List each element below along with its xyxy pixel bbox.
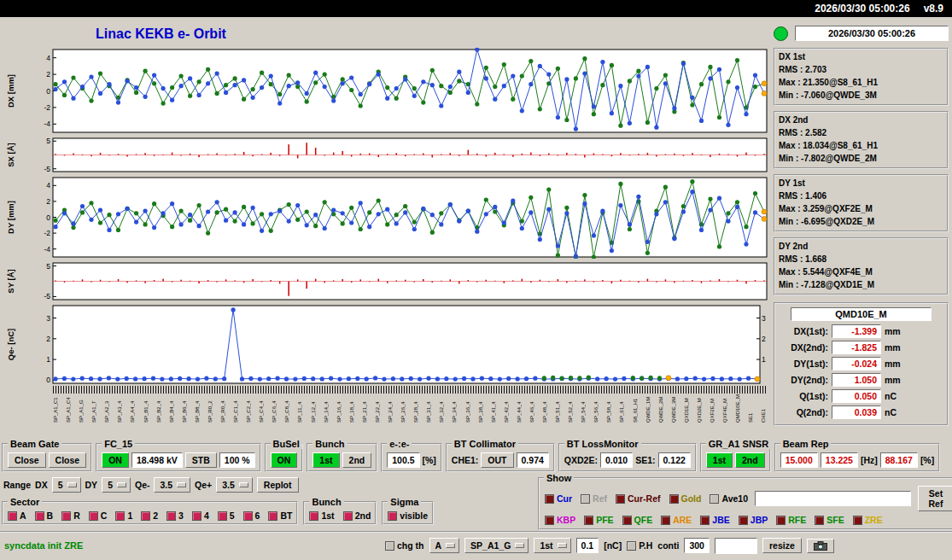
interval-field[interactable]: 300 bbox=[684, 538, 710, 553]
monitor-label: DY(2nd): bbox=[779, 375, 828, 385]
checkbox-bt[interactable]: BT bbox=[268, 510, 292, 521]
checkbox-rfe[interactable]: RFE bbox=[776, 515, 806, 525]
checkbox-label: SFE bbox=[826, 515, 844, 525]
x-axis-label: QWDE_3M bbox=[671, 394, 676, 423]
threshold-field[interactable]: 0.1 bbox=[576, 538, 599, 553]
checkbox-r[interactable]: R bbox=[61, 510, 80, 521]
checkbox-b[interactable]: B bbox=[35, 510, 54, 521]
checkbox-4[interactable]: 4 bbox=[192, 510, 209, 521]
bunch-check-frame: Bunch 1st2nd bbox=[303, 501, 377, 525]
camera-button[interactable] bbox=[807, 539, 834, 553]
fc15-stb-button[interactable]: STB bbox=[185, 452, 217, 468]
checkbox-2nd[interactable]: 2nd bbox=[343, 510, 371, 521]
checkbox-ave10[interactable]: Ave10 bbox=[710, 493, 748, 504]
svg-text:2: 2 bbox=[762, 335, 766, 343]
checkbox-gold[interactable]: Gold bbox=[669, 493, 702, 504]
checkbox-kbp[interactable]: KBP bbox=[545, 515, 575, 525]
range-dx-select[interactable]: 5 bbox=[52, 477, 81, 493]
bunch-1st-button[interactable]: 1st bbox=[312, 452, 339, 468]
checkbox-square bbox=[853, 516, 862, 525]
checkbox-square bbox=[627, 541, 636, 551]
x-axis-labels: SP_A1_C1SP_A1_C4SP_A1_GSP_A1_TSP_A2_3SP_… bbox=[53, 394, 767, 423]
checkbox-a[interactable]: A bbox=[8, 510, 26, 521]
monitor-row: DY(1st):-0.024mm bbox=[779, 357, 943, 370]
monitor-rows: DX(1st):-1.399mmDX(2nd):-1.825mmDY(1st):… bbox=[779, 324, 943, 419]
x-axis-label: SP_C6_4 bbox=[272, 394, 277, 423]
checkbox-visible[interactable]: visible bbox=[388, 510, 428, 521]
checkbox-label: 4 bbox=[204, 510, 209, 521]
ee-ratio-field: 100.5 bbox=[387, 452, 419, 468]
svg-text:3: 3 bbox=[762, 314, 766, 323]
beam-gate-close-button-1[interactable]: Close bbox=[8, 452, 46, 468]
checkbox-square bbox=[61, 511, 71, 521]
fc15-on-button[interactable]: ON bbox=[102, 452, 129, 468]
set-ref-button[interactable]: Set Ref bbox=[918, 486, 952, 511]
range-dy-label: DY bbox=[85, 480, 98, 490]
stat-min: Min : -7.060@QWDE_3M bbox=[779, 89, 943, 102]
checkbox-zre[interactable]: ZRE bbox=[853, 515, 883, 525]
x-axis-label: QXD1E_M bbox=[684, 394, 689, 423]
x-axis-label: SP_31_4 bbox=[426, 394, 431, 423]
chg-th-checkbox[interactable]: chg th bbox=[385, 540, 424, 551]
resize-button[interactable]: resize bbox=[762, 538, 802, 553]
monitor-select[interactable]: SP_A1_G bbox=[464, 538, 529, 553]
checkbox-sfe[interactable]: SFE bbox=[815, 515, 844, 525]
checkbox-are[interactable]: ARE bbox=[661, 515, 692, 525]
range-dy-select[interactable]: 5 bbox=[102, 477, 131, 493]
checkbox-3[interactable]: 3 bbox=[166, 510, 184, 521]
svg-text:1: 1 bbox=[46, 355, 50, 364]
range-qe-plus-select[interactable]: 3.5 bbox=[216, 477, 253, 493]
checkbox-square bbox=[661, 516, 670, 525]
svg-text:1: 1 bbox=[762, 355, 766, 364]
checkbox-label: 2 bbox=[153, 510, 158, 521]
x-axis-label: SP_28_4 bbox=[413, 394, 418, 423]
blank-field[interactable] bbox=[715, 538, 757, 554]
checkbox-1st[interactable]: 1st bbox=[309, 510, 334, 521]
checkbox-jbp[interactable]: JBP bbox=[739, 515, 768, 525]
gr-snsr-frame: GR_A1 SNSR 1st 2nd bbox=[700, 443, 771, 472]
threshold-unit: [nC] bbox=[604, 540, 622, 551]
che1-out-button[interactable]: OUT bbox=[481, 452, 513, 468]
ref-input[interactable] bbox=[755, 491, 911, 506]
checkbox-5[interactable]: 5 bbox=[218, 510, 235, 521]
gr-snsr-2nd-button[interactable]: 2nd bbox=[735, 452, 765, 468]
checkbox-ref[interactable]: Ref bbox=[581, 493, 607, 504]
svg-text:0: 0 bbox=[46, 376, 50, 384]
svg-text:0: 0 bbox=[46, 87, 50, 96]
gr-snsr-1st-button[interactable]: 1st bbox=[706, 452, 733, 468]
monitor-box: QMD10E_M DX(1st):-1.399mmDX(2nd):-1.825m… bbox=[774, 302, 949, 426]
checkbox-2[interactable]: 2 bbox=[141, 510, 158, 521]
monitor-value: 1.050 bbox=[832, 373, 881, 387]
monitor-value: 0.050 bbox=[832, 389, 881, 403]
beam-rep-title: Beam Rep bbox=[780, 439, 832, 449]
checkbox-pfe[interactable]: PFE bbox=[584, 515, 613, 525]
checkbox-qfe[interactable]: QFE bbox=[622, 515, 653, 525]
range-qe-plus-label: Qe+ bbox=[195, 480, 212, 490]
busel-on-button[interactable]: ON bbox=[271, 452, 298, 468]
replot-button[interactable]: Replot bbox=[257, 477, 299, 493]
beam-gate-close-button-2[interactable]: Close bbox=[49, 452, 87, 468]
bt-lossmonitor-title: BT LossMonitor bbox=[564, 439, 641, 449]
stat-rms: RMS : 1.406 bbox=[779, 190, 943, 202]
ph-checkbox[interactable]: P.H bbox=[627, 540, 652, 551]
checkbox-cur-ref[interactable]: Cur-Ref bbox=[616, 493, 661, 504]
checkbox-jbe[interactable]: JBE bbox=[700, 515, 729, 525]
checkbox-square bbox=[8, 511, 17, 521]
stat-box: DX 2ndRMS : 2.582Max : 18.034@S8_61_H1Mi… bbox=[774, 111, 949, 169]
x-axis-label: SP_36_4 bbox=[465, 394, 470, 423]
bunch-order-select[interactable]: 1st bbox=[534, 538, 570, 553]
checkbox-c[interactable]: C bbox=[89, 510, 108, 521]
range-qe-minus-select[interactable]: 3.5 bbox=[154, 477, 190, 493]
bunch-2nd-button[interactable]: 2nd bbox=[342, 452, 372, 468]
checkbox-1[interactable]: 1 bbox=[115, 510, 132, 521]
busel-frame: BuSel ON bbox=[265, 443, 304, 472]
monitor-name: QMD10E_M bbox=[791, 307, 932, 321]
monitor-unit: mm bbox=[885, 359, 901, 369]
clock: 2026/03/30 05:00:26 bbox=[815, 3, 909, 15]
checkbox-cur[interactable]: Cur bbox=[545, 493, 572, 504]
x-axis-label: SP_B8_4 bbox=[195, 394, 200, 423]
checkbox-6[interactable]: 6 bbox=[243, 510, 260, 521]
status-panel: 2026/03/30 05:00:26 DX 1stRMS : 2.703Max… bbox=[774, 26, 949, 426]
sector-select[interactable]: A bbox=[429, 538, 460, 553]
chart-dx: 420-2-4DX [mm] bbox=[3, 48, 775, 134]
